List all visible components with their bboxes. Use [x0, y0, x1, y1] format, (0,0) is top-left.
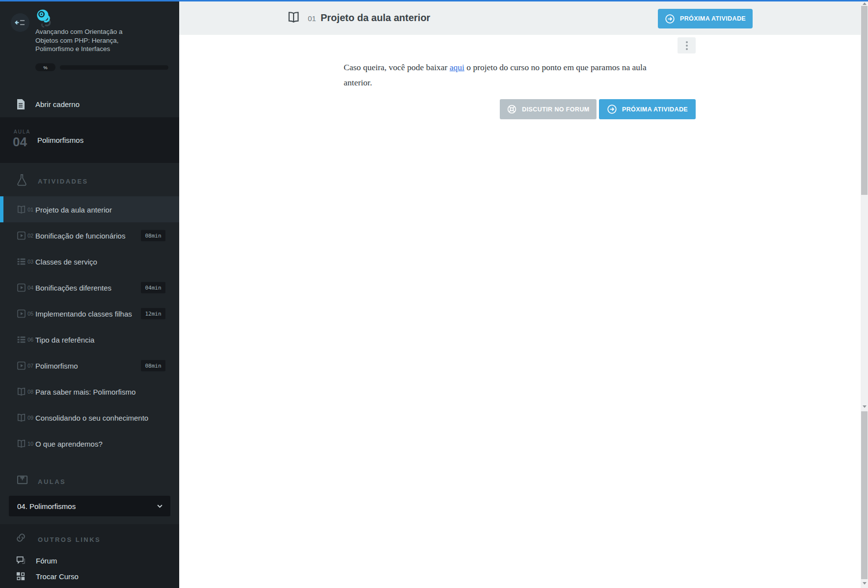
list-icon	[17, 335, 26, 344]
open-notebook-label: Abrir caderno	[35, 100, 80, 108]
discuss-forum-button[interactable]: DISCUTIR NO FORUM	[500, 99, 597, 119]
duration-badge: 08min	[141, 360, 165, 371]
activity-item-number: 04	[27, 285, 33, 291]
progress-bar	[60, 65, 168, 70]
activity-item-02[interactable]: 02Bonificação de funcionários08min	[0, 222, 179, 248]
open-notebook-button[interactable]: Abrir caderno	[0, 96, 179, 112]
book-icon	[17, 413, 26, 422]
book-icon	[17, 474, 28, 486]
progress-percent-badge: %	[35, 63, 55, 71]
lesson-select[interactable]: 04. Polimorfismos	[9, 496, 170, 516]
book-icon	[17, 439, 26, 448]
course-logo-icon	[35, 9, 53, 28]
top-accent-bar	[0, 0, 868, 1]
other-links-header-label: OUTROS LINKS	[38, 536, 101, 543]
activity-item-label: Tipo da referência	[35, 335, 94, 344]
chat-bubble-icon	[16, 556, 25, 565]
notebook-icon	[17, 99, 25, 109]
activity-item-label: Projeto da aula anterior	[35, 205, 112, 214]
activity-title: Projeto da aula anterior	[321, 12, 430, 24]
dot	[686, 41, 688, 43]
video-icon	[17, 283, 26, 292]
circle-arrow-right-icon	[665, 14, 675, 24]
duration-badge: 12min	[141, 308, 165, 319]
course-title-line: Objetos com PHP: Herança,	[35, 36, 168, 45]
activity-item-number: 08	[27, 389, 33, 395]
video-icon	[17, 309, 26, 318]
duration-badge: 04min	[141, 282, 165, 293]
next-activity-bottom-label: PRÓXIMA ATIVIDADE	[622, 106, 688, 113]
book-icon	[17, 205, 26, 214]
scroll-down-arrow-icon[interactable]	[863, 582, 867, 585]
aulas-section: AULAS 04. Polimorfismos	[0, 465, 179, 524]
course-title: Avançando com Orientação a Objetos com P…	[35, 27, 168, 53]
next-activity-button-bottom[interactable]: PRÓXIMA ATIVIDADE	[599, 99, 696, 119]
activity-item-03[interactable]: 03Classes de serviço	[0, 248, 179, 274]
more-options-button[interactable]	[678, 37, 696, 53]
change-course-link-label: Trocar Curso	[36, 572, 79, 581]
open-book-icon	[287, 11, 300, 25]
activity-item-09[interactable]: 09Consolidando o seu conhecimento	[0, 404, 179, 430]
flask-icon	[17, 174, 27, 187]
activity-item-label: O que aprendemos?	[35, 439, 103, 448]
activity-item-label: Classes de serviço	[35, 257, 97, 266]
scrollbar-thumb[interactable]	[861, 411, 868, 579]
activity-item-number: 06	[27, 337, 33, 343]
activity-item-label: Implementando classes filhas	[35, 309, 132, 318]
download-project-link[interactable]: aqui	[450, 62, 464, 72]
scroll-up-arrow-icon[interactable]	[863, 2, 867, 5]
activities-section-header: ATIVIDADES	[0, 163, 179, 196]
activity-item-05[interactable]: 05Implementando classes filhas12min	[0, 300, 179, 326]
duration-badge: 08min	[141, 230, 165, 241]
course-title-line: Avançando com Orientação a	[35, 27, 168, 36]
video-icon	[17, 361, 26, 370]
chevron-down-icon	[156, 503, 163, 510]
dot	[686, 45, 688, 47]
forum-link[interactable]: Fórum	[0, 554, 179, 568]
lifebuoy-icon	[507, 104, 517, 114]
scrollbar-thumb[interactable]	[861, 6, 868, 195]
activity-header-band: 01 Projeto da aula anterior PRÓXIMA ATIV…	[179, 1, 861, 35]
activity-item-label: Para saber mais: Polimorfismo	[35, 387, 136, 396]
activity-item-06[interactable]: 06Tipo da referência	[0, 326, 179, 352]
forum-link-label: Fórum	[36, 557, 57, 565]
activity-number: 01	[308, 14, 316, 23]
sidebar: Avançando com Orientação a Objetos com P…	[0, 0, 179, 588]
link-icon	[15, 532, 27, 543]
course-progress: %	[35, 63, 169, 71]
activity-item-label: Consolidando o seu conhecimento	[35, 413, 148, 422]
activity-text: Caso queira, você pode baixar aqui o pro…	[344, 60, 660, 90]
activities-section: ATIVIDADES 01Projeto da aula anterior02B…	[0, 163, 179, 465]
activities-header-label: ATIVIDADES	[38, 178, 88, 185]
sidebar-course-header: Avançando com Orientação a Objetos com P…	[0, 0, 179, 117]
activity-item-number: 05	[27, 311, 33, 317]
list-icon	[17, 257, 26, 266]
activity-item-07[interactable]: 07Polimorfismo08min	[0, 352, 179, 378]
lesson-number: 04	[13, 134, 27, 150]
collapse-sidebar-button[interactable]	[11, 13, 29, 32]
lesson-select-value: 04. Polimorfismos	[17, 502, 76, 510]
activity-item-01[interactable]: 01Projeto da aula anterior	[0, 196, 179, 222]
activities-list: 01Projeto da aula anterior02Bonificação …	[0, 196, 179, 456]
lesson-title: Polimorfismos	[37, 136, 83, 144]
next-activity-button-label: PRÓXIMA ATIVIDADE	[680, 15, 746, 22]
activity-item-04[interactable]: 04Bonificações diferentes04min	[0, 274, 179, 300]
scroll-down-arrow-icon[interactable]	[863, 405, 867, 408]
change-course-link[interactable]: Trocar Curso	[0, 569, 179, 584]
video-icon	[17, 231, 26, 240]
paragraph-text: Caso queira, você pode baixar	[344, 62, 450, 72]
circle-arrow-right-icon	[607, 104, 617, 114]
activity-item-label: Bonificação de funcionários	[35, 231, 125, 240]
activity-item-08[interactable]: 08Para saber mais: Polimorfismo	[0, 378, 179, 404]
book-icon	[17, 387, 26, 396]
vertical-scrollbar[interactable]	[861, 0, 868, 588]
activity-item-label: Polimorfismo	[35, 361, 78, 370]
activity-item-number: 01	[27, 207, 33, 213]
course-title-line: Polimorfismo e Interfaces	[35, 45, 168, 53]
activity-item-10[interactable]: 10O que aprendemos?	[0, 430, 179, 456]
activity-item-number: 07	[27, 363, 33, 369]
next-activity-button-header[interactable]: PRÓXIMA ATIVIDADE	[658, 9, 753, 28]
lesson-word-label: AULA	[14, 129, 30, 134]
collapse-arrow-icon	[15, 18, 26, 27]
discuss-forum-button-label: DISCUTIR NO FORUM	[522, 106, 589, 113]
